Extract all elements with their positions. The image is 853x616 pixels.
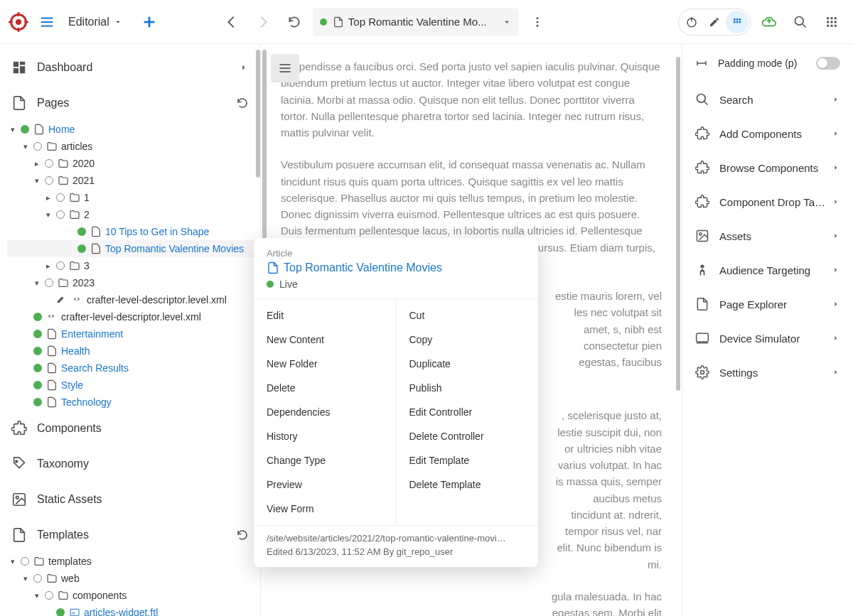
cm-publish[interactable]: Publish	[397, 376, 539, 400]
rp-settings[interactable]: Settings	[682, 355, 853, 389]
tree-node-web[interactable]: ▾web	[7, 570, 260, 587]
collapse-icon[interactable]: ▾	[31, 591, 43, 600]
menu-icon[interactable]	[34, 9, 60, 35]
refresh-icon[interactable]	[236, 97, 249, 109]
tree-label[interactable]: Health	[61, 345, 90, 357]
tree-label[interactable]: crafter-level-descriptor.level.xml	[87, 294, 227, 306]
breadcrumb[interactable]: Top Romantic Valentine Mo...	[313, 8, 519, 36]
tree-node-2020[interactable]: ▸2020	[7, 155, 260, 172]
back-button[interactable]	[219, 9, 245, 35]
tree-node-tips[interactable]: 10 Tips to Get in Shape	[7, 223, 260, 240]
tree-label[interactable]: Entertainment	[61, 328, 123, 340]
power-icon[interactable]	[680, 11, 703, 33]
padding-mode-toggle[interactable]	[816, 57, 840, 70]
expand-icon[interactable]: ▸	[43, 261, 54, 271]
tree-node-articles-widget[interactable]: ftlarticles-widget.ftl	[7, 604, 260, 616]
cm-delete[interactable]: Delete	[254, 376, 396, 400]
cm-view-form[interactable]: View Form	[254, 497, 396, 521]
tree-label[interactable]: 2020	[73, 158, 95, 169]
tree-label[interactable]: web	[61, 573, 80, 584]
tree-label[interactable]: 2021	[73, 175, 95, 186]
tree-node-technology[interactable]: Technology	[7, 394, 260, 411]
publish-icon[interactable]	[756, 9, 782, 35]
apps-icon[interactable]	[819, 9, 844, 35]
expand-icon[interactable]: ▸	[43, 193, 54, 202]
tree-label[interactable]: Top Romantic Valentine Movies	[105, 243, 244, 254]
search-icon[interactable]	[788, 9, 813, 35]
nav-components[interactable]: Components	[0, 411, 260, 446]
tree-node-2021[interactable]: ▾2021	[7, 172, 260, 189]
rp-page-explorer[interactable]: Page Explorer	[682, 287, 853, 321]
tree-node-month2[interactable]: ▾2	[7, 206, 260, 223]
cm-new-folder[interactable]: New Folder	[254, 352, 396, 376]
rp-device-simulator[interactable]: Device Simulator	[682, 321, 853, 355]
collapse-icon[interactable]: ▾	[7, 557, 18, 566]
cm-new-content[interactable]: New Content	[254, 328, 396, 352]
tree-label[interactable]: 1	[84, 192, 90, 203]
expand-icon[interactable]: ▸	[31, 159, 43, 168]
tree-node-health[interactable]: Health	[7, 342, 260, 360]
tree-node-components-folder[interactable]: ▾components	[7, 587, 260, 604]
nav-static-assets[interactable]: Static Assets	[0, 482, 260, 517]
tree-node-crafter1[interactable]: crafter-level-descriptor.level.xml	[7, 291, 260, 308]
tree-node-entertainment[interactable]: Entertainment	[7, 325, 260, 342]
nav-taxonomy[interactable]: Taxonomy	[0, 446, 260, 482]
pencil-icon[interactable]	[703, 11, 726, 33]
tree-node-month1[interactable]: ▸1	[7, 189, 260, 206]
rp-browse-components[interactable]: Browse Components	[682, 151, 853, 185]
rp-add-components[interactable]: Add Components	[682, 117, 853, 151]
cm-cut[interactable]: Cut	[397, 303, 539, 328]
refresh-button[interactable]	[281, 9, 307, 35]
collapse-icon[interactable]: ▾	[20, 574, 31, 583]
cm-history[interactable]: History	[254, 424, 396, 448]
nav-pages[interactable]: Pages	[0, 85, 260, 121]
tree-node-style[interactable]: Style	[7, 377, 260, 394]
tree-label[interactable]: articles	[61, 141, 92, 152]
collapse-icon[interactable]: ▾	[31, 279, 43, 288]
rp-audience-targeting[interactable]: Audience Targeting	[682, 253, 853, 287]
collapse-icon[interactable]: ▾	[7, 125, 18, 134]
tree-label[interactable]: 2	[84, 209, 90, 220]
cm-change-type[interactable]: Change Type	[254, 448, 396, 472]
cm-edit[interactable]: Edit	[254, 303, 396, 328]
rp-drop-targets[interactable]: Component Drop Ta…	[682, 185, 853, 219]
tree-node-home[interactable]: ▾Home	[7, 121, 260, 138]
tree-label[interactable]: components	[73, 590, 127, 601]
cm-delete-controller[interactable]: Delete Controller	[397, 424, 539, 448]
cm-delete-template[interactable]: Delete Template	[397, 472, 539, 497]
nav-templates[interactable]: Templates	[0, 517, 260, 553]
tree-label[interactable]: Search Results	[61, 362, 129, 374]
tree-label[interactable]: templates	[48, 556, 92, 567]
cm-duplicate[interactable]: Duplicate	[397, 352, 539, 376]
scrollbar[interactable]	[256, 50, 260, 178]
more-options-button[interactable]	[525, 9, 550, 35]
collapse-icon[interactable]: ▾	[31, 176, 43, 185]
tree-label[interactable]: Home	[48, 124, 75, 135]
tree-label[interactable]: 3	[84, 260, 90, 271]
create-button[interactable]	[136, 9, 162, 35]
tree-label[interactable]: articles-widget.ftl	[84, 607, 158, 616]
cm-edit-controller[interactable]: Edit Controller	[397, 400, 539, 424]
tree-node-search-results[interactable]: Search Results	[7, 360, 260, 377]
tree-node-crafter2[interactable]: crafter-level-descriptor.level.xml	[7, 308, 260, 325]
tree-node-templates-root[interactable]: ▾templates	[7, 553, 260, 570]
site-selector[interactable]: Editorial	[63, 13, 128, 31]
tree-node-month3[interactable]: ▸3	[7, 257, 260, 274]
nav-dashboard[interactable]: Dashboard	[0, 50, 260, 85]
cm-preview[interactable]: Preview	[254, 472, 396, 497]
cm-dependencies[interactable]: Dependencies	[254, 400, 396, 424]
collapse-icon[interactable]: ▾	[20, 142, 31, 151]
rp-search[interactable]: Search	[682, 82, 853, 117]
preview-menu-button[interactable]	[271, 54, 299, 82]
tree-label[interactable]: 10 Tips to Get in Shape	[105, 226, 209, 237]
tree-label[interactable]: crafter-level-descriptor.level.xml	[61, 311, 201, 323]
rp-assets[interactable]: Assets	[682, 219, 853, 253]
tree-label[interactable]: 2023	[73, 277, 95, 288]
tree-node-articles[interactable]: ▾articles	[7, 138, 260, 155]
tree-node-2023[interactable]: ▾2023	[7, 274, 260, 291]
collapse-icon[interactable]: ▾	[43, 210, 54, 220]
tree-node-valentine[interactable]: Top Romantic Valentine Movies	[7, 240, 260, 257]
cm-edit-template[interactable]: Edit Template	[397, 448, 539, 472]
scrollbar[interactable]	[676, 57, 680, 391]
move-icon[interactable]	[726, 11, 749, 33]
